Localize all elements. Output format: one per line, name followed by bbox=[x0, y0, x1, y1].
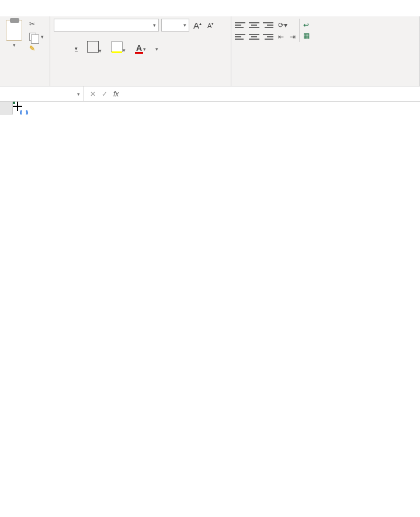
border-icon bbox=[87, 41, 99, 53]
fill-color-button[interactable]: ▾ bbox=[109, 41, 128, 54]
grow-font-button[interactable]: A▴ bbox=[192, 20, 203, 30]
fx-button[interactable]: fx bbox=[113, 90, 119, 98]
font-color-button[interactable]: A▾ bbox=[133, 43, 148, 53]
chevron-down-icon: ▾ bbox=[41, 34, 44, 40]
formula-buttons: ✕ ✓ fx bbox=[84, 90, 124, 98]
chevron-down-icon: ▾ bbox=[13, 42, 16, 48]
chevron-down-icon[interactable]: ▾ bbox=[74, 91, 84, 97]
decrease-indent-button[interactable]: ⇤ bbox=[277, 33, 285, 41]
format-painter-button[interactable]: ✎ bbox=[27, 43, 46, 55]
wrap-icon: ↩ bbox=[303, 21, 309, 29]
paste-button[interactable]: ▾ bbox=[4, 19, 25, 49]
chevron-down-icon: ▾ bbox=[153, 22, 156, 28]
font-color-icon: A bbox=[135, 43, 143, 53]
paste-icon bbox=[6, 20, 22, 41]
bucket-icon bbox=[111, 41, 123, 52]
merge-center-button[interactable]: ▦ bbox=[303, 32, 312, 40]
chevron-down-icon: ▾ bbox=[183, 22, 186, 28]
align-top-button[interactable] bbox=[235, 21, 245, 29]
increase-indent-button[interactable]: ⇥ bbox=[289, 33, 297, 41]
worksheet bbox=[0, 102, 420, 114]
align-middle-button[interactable] bbox=[249, 21, 259, 29]
phonetic-button[interactable]: ▾ bbox=[153, 43, 161, 53]
align-right-button[interactable] bbox=[263, 33, 273, 41]
brush-icon: ✎ bbox=[29, 44, 39, 54]
align-group-label bbox=[235, 84, 416, 85]
align-bottom-button[interactable] bbox=[263, 21, 273, 29]
name-box-input[interactable] bbox=[0, 90, 74, 98]
underline-button[interactable]: ▾ bbox=[72, 43, 80, 53]
orientation-button[interactable]: ⟳▾ bbox=[277, 21, 289, 29]
font-group-label bbox=[54, 84, 227, 85]
formula-bar: ▾ ✕ ✓ fx bbox=[0, 86, 420, 102]
font-name-combo[interactable]: ▾ bbox=[54, 19, 159, 32]
name-box[interactable]: ▾ bbox=[0, 86, 84, 101]
scissors-icon: ✂ bbox=[29, 20, 39, 29]
cancel-formula-button[interactable]: ✕ bbox=[90, 90, 96, 98]
menu-bar bbox=[0, 0, 420, 16]
align-left-button[interactable] bbox=[235, 33, 245, 41]
copy-button[interactable]: ▾ bbox=[27, 32, 46, 42]
shrink-font-button[interactable]: A▾ bbox=[206, 22, 216, 29]
enter-formula-button[interactable]: ✓ bbox=[102, 90, 107, 98]
ribbon-group-align: ⟳▾ ⇤ ⇥ ↩ ▦ bbox=[231, 16, 420, 86]
ribbon-group-font: ▾ ▾ A▴ A▾ ▾ ▾ ▾ A▾ ▾ bbox=[50, 16, 231, 86]
clipboard-group-label bbox=[4, 84, 46, 85]
wrap-text-button[interactable]: ↩ bbox=[303, 21, 312, 29]
copy-icon bbox=[29, 33, 36, 41]
ribbon: ▾ ✂ ▾ ✎ bbox=[0, 16, 420, 86]
font-size-combo[interactable]: ▾ bbox=[161, 19, 189, 32]
formula-input[interactable] bbox=[124, 90, 420, 98]
cut-button[interactable]: ✂ bbox=[27, 19, 46, 30]
border-button[interactable]: ▾ bbox=[85, 41, 104, 54]
merge-icon: ▦ bbox=[303, 32, 310, 40]
ribbon-group-clipboard: ▾ ✂ ▾ ✎ bbox=[0, 16, 50, 86]
select-all-corner[interactable] bbox=[0, 102, 13, 114]
align-center-button[interactable] bbox=[249, 33, 259, 41]
cursor-overlay-icon bbox=[13, 102, 26, 114]
